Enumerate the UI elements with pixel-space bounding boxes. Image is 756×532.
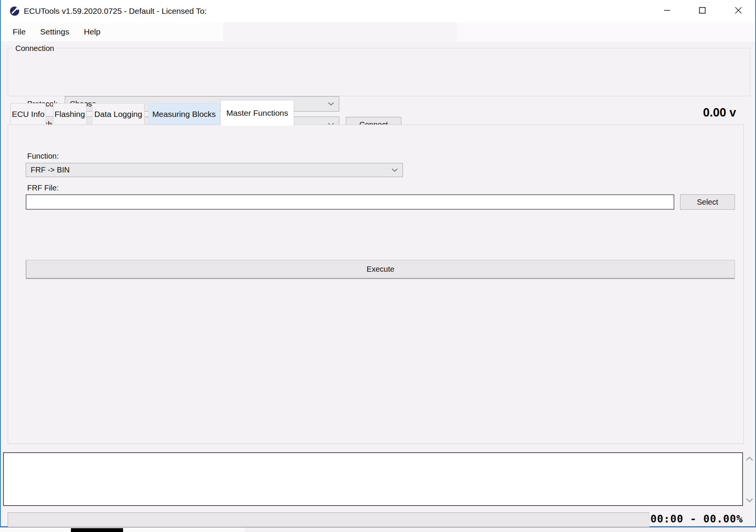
function-dropdown[interactable]: FRF -> BIN (26, 163, 403, 177)
minimize-button[interactable] (656, 0, 679, 21)
execute-button[interactable]: Execute (26, 260, 735, 279)
desktop: ECUTools v1.59.2020.0725 - Default - Lic… (0, 0, 756, 532)
function-label: Function: (27, 152, 59, 161)
menu-file[interactable]: File (5, 22, 33, 41)
titlebar: ECUTools v1.59.2020.0725 - Default - Lic… (1, 0, 755, 22)
connection-groupbox: Connection (8, 48, 750, 96)
menu-help[interactable]: Help (77, 22, 108, 41)
maximize-button[interactable] (691, 0, 714, 21)
client-area: Connection Protocol: Choose... Refresh C… (1, 41, 755, 526)
minimize-icon (663, 6, 671, 15)
tab-data-logging[interactable]: Data Logging (92, 103, 145, 125)
select-file-button[interactable]: Select (680, 194, 735, 210)
menubar-shade-right (457, 22, 755, 41)
chevron-down-icon (391, 168, 398, 172)
function-dropdown-value: FRF -> BIN (31, 166, 70, 174)
app-window: ECUTools v1.59.2020.0725 - Default - Lic… (0, 0, 756, 527)
voltage-readout: 0.00 v (621, 106, 736, 120)
close-button[interactable] (727, 0, 750, 21)
frf-file-input[interactable] (26, 194, 674, 210)
chevron-down-icon (328, 102, 334, 106)
chevron-up-icon[interactable] (745, 456, 754, 461)
tab-ecu-info[interactable]: ECU Info (10, 103, 46, 125)
chevron-down-icon[interactable] (745, 498, 754, 503)
maximize-icon (698, 6, 707, 15)
taskbar-strip (0, 527, 756, 532)
window-title: ECUTools v1.59.2020.0725 - Default - Lic… (24, 0, 207, 22)
frf-file-label: FRF File: (27, 184, 59, 192)
master-functions-panel: Function: FRF -> BIN FRF File: Select Ex… (8, 125, 744, 444)
progress-bar (8, 512, 649, 527)
connection-group-label: Connection (13, 44, 56, 53)
tab-measuring-blocks[interactable]: Measuring Blocks (148, 103, 220, 125)
menubar-shade (223, 22, 457, 41)
menubar: File Settings Help (1, 22, 755, 41)
taskbar-strip-right (245, 527, 756, 532)
taskbar-black-bar (71, 528, 123, 532)
tab-master-functions[interactable]: Master Functions (220, 100, 294, 126)
app-logo-icon (9, 6, 20, 16)
close-icon (734, 6, 743, 15)
tab-flashing[interactable]: Flashing (53, 103, 87, 125)
menu-settings[interactable]: Settings (33, 22, 77, 41)
log-output[interactable] (3, 452, 743, 506)
timer-progress-text: 00:00 - 00.00% (590, 513, 743, 525)
